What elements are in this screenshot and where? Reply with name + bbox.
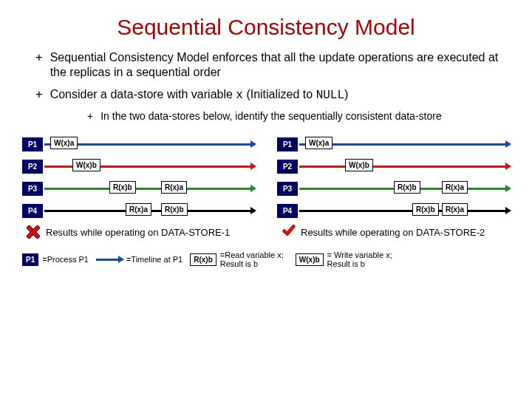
- bullet-icon: +: [35, 87, 43, 103]
- timeline-row: P1 W(x)a: [277, 135, 510, 153]
- bullet-2: + Consider a data-store with variable x …: [35, 87, 502, 103]
- bullet-1: + Sequential Consistency Model enforces …: [35, 50, 502, 80]
- read-op: R(x)b: [394, 181, 420, 194]
- check-icon: [280, 224, 296, 240]
- read-op: R(x)b: [412, 203, 439, 216]
- bullet-text: In the two data-stores below, identify t…: [100, 110, 442, 122]
- write-op: W(x)b: [296, 253, 324, 266]
- process-label: P1: [22, 253, 38, 266]
- bullet-icon: +: [87, 110, 93, 122]
- legend-process: P1 =Process P1: [22, 253, 89, 266]
- arrow-icon: [96, 259, 123, 261]
- legend-text: = Write variable x; Result is b: [327, 250, 395, 268]
- timeline-row: P2 W(x)b: [277, 157, 510, 175]
- cross-icon: [25, 224, 41, 240]
- read-op: R(x)a: [126, 203, 151, 216]
- legend-text: =Read variable x; Result is b: [220, 250, 288, 268]
- timeline-row: P4 R(x)b R(x)a: [277, 202, 510, 219]
- process-label: P4: [22, 204, 43, 218]
- write-op: W(x)b: [72, 159, 100, 171]
- process-label: P2: [22, 160, 43, 174]
- diagram-area: P1 W(x)a P2 W(x)b P3 R(x)b R(x)a P4 R(x)…: [0, 135, 532, 240]
- legend-write: W(x)b = Write variable x; Result is b: [296, 250, 395, 268]
- read-op: R(x)a: [442, 181, 468, 194]
- process-label: P1: [22, 137, 43, 151]
- timeline-row: P2 W(x)b: [22, 157, 255, 175]
- read-op: R(x)b: [190, 253, 216, 266]
- bullet-text: Sequential Consistency Model enforces th…: [50, 50, 502, 80]
- process-label: P1: [277, 137, 298, 151]
- bullet-text: Consider a data-store with variable x (I…: [50, 87, 349, 103]
- read-op: R(x)b: [161, 203, 188, 216]
- timeline-row: P3 R(x)b R(x)a: [22, 180, 255, 197]
- process-label: P4: [277, 204, 298, 218]
- slide-title: Sequential Consistency Model: [0, 0, 532, 50]
- write-op: W(x)a: [305, 137, 332, 149]
- read-op: R(x)a: [442, 203, 468, 216]
- bullet-icon: +: [35, 50, 43, 80]
- caption-row: Results while operating on DATA-STORE-1: [25, 224, 255, 240]
- datastore-2: P1 W(x)a P2 W(x)b P3 R(x)b R(x)a P4 R(x)…: [277, 135, 510, 240]
- legend-text: =Process P1: [42, 255, 89, 264]
- caption-text: Results while operating on DATA-STORE-1: [46, 227, 230, 238]
- read-op: R(x)b: [109, 181, 136, 194]
- timeline-row: P3 R(x)b R(x)a: [277, 180, 510, 197]
- process-label: P3: [277, 182, 298, 196]
- legend: P1 =Process P1 =Timeline at P1 R(x)b =Re…: [0, 240, 532, 268]
- datastore-1: P1 W(x)a P2 W(x)b P3 R(x)b R(x)a P4 R(x)…: [22, 135, 255, 240]
- legend-text: =Timeline at P1: [126, 255, 183, 264]
- process-label: P2: [277, 160, 298, 174]
- timeline-row: P4 R(x)a R(x)b: [22, 202, 255, 219]
- caption-row: Results while operating on DATA-STORE-2: [280, 224, 510, 240]
- bullet-list: + Sequential Consistency Model enforces …: [0, 50, 532, 135]
- sub-bullet-1: + In the two data-stores below, identify…: [87, 110, 502, 122]
- caption-text: Results while operating on DATA-STORE-2: [301, 227, 485, 238]
- write-op: W(x)a: [50, 137, 78, 149]
- read-op: R(x)a: [161, 181, 187, 194]
- legend-read: R(x)b =Read variable x; Result is b: [190, 250, 288, 268]
- write-op: W(x)b: [345, 159, 373, 171]
- timeline-row: P1 W(x)a: [22, 135, 255, 153]
- legend-timeline: =Timeline at P1: [96, 255, 183, 264]
- process-label: P3: [22, 182, 43, 196]
